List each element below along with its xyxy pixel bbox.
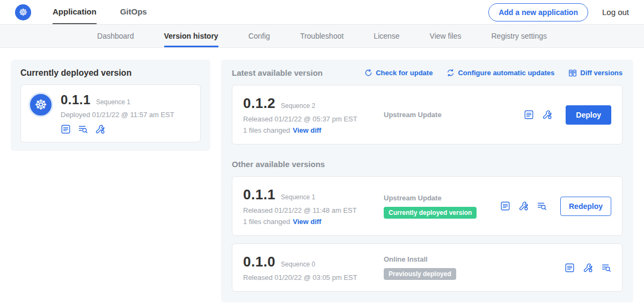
deployed-version-details: 0.1.1 Sequence 1 Deployed 01/21/22 @ 11:… xyxy=(61,92,174,134)
deployed-date: Deployed 01/21/22 @ 11:57 am EST xyxy=(61,111,174,119)
kubernetes-app-icon: ☸ xyxy=(28,92,53,117)
version-actions-right xyxy=(565,263,611,273)
view-files-icon[interactable] xyxy=(537,201,547,211)
refresh-icon xyxy=(364,69,372,77)
version-card-0-1-0: 0.1.0 Sequence 0 Released 01/20/22 @ 03:… xyxy=(232,243,623,292)
files-changed-count: 1 files changed xyxy=(243,126,290,134)
version-number: 0.1.2 xyxy=(243,95,275,112)
diff-versions-link[interactable]: Diff versions xyxy=(568,69,623,77)
config-wrench-icon[interactable] xyxy=(95,124,105,134)
source-label: Upstream Update xyxy=(384,194,442,202)
add-application-button[interactable]: Add a new application xyxy=(488,3,588,21)
version-number: 0.1.1 xyxy=(243,186,275,203)
release-notes-icon[interactable] xyxy=(565,263,575,273)
source-label: Online Install xyxy=(384,255,428,263)
check-for-update-link[interactable]: Check for update xyxy=(364,69,433,77)
subnav-item-version-history[interactable]: Version history xyxy=(164,25,218,47)
sequence-label: Sequence 0 xyxy=(281,261,315,268)
redeploy-button[interactable]: Redeploy xyxy=(560,197,611,216)
release-notes-icon[interactable] xyxy=(61,124,71,134)
tab-gitops[interactable]: GitOps xyxy=(120,0,147,24)
diff-versions-label: Diff versions xyxy=(580,69,623,77)
header-spacer xyxy=(171,0,488,24)
configure-auto-updates-label: Configure automatic updates xyxy=(458,69,554,77)
version-details: 0.1.0 Sequence 0 Released 01/20/22 @ 03:… xyxy=(243,254,384,282)
version-actions-right: Deploy xyxy=(524,105,611,125)
version-details: 0.1.2 Sequence 2 Released 01/21/22 @ 05:… xyxy=(243,95,384,134)
app-logo-wrap: ☸ xyxy=(15,0,31,24)
deployed-version-card: ☸ 0.1.1 Sequence 1 Deployed 01/21/22 @ 1… xyxy=(20,84,201,142)
deploy-button[interactable]: Deploy xyxy=(566,105,611,125)
sequence-label: Sequence 2 xyxy=(281,102,315,110)
version-card-0-1-1: 0.1.1 Sequence 1 Released 01/21/22 @ 11:… xyxy=(232,176,623,236)
released-date: Released 01/21/22 @ 11:48 am EST xyxy=(243,206,384,214)
latest-version-header: Latest available version Check for updat… xyxy=(232,68,623,77)
config-wrench-icon[interactable] xyxy=(542,110,552,120)
version-source: Upstream Update Currently deployed versi… xyxy=(384,194,500,219)
diff-icon xyxy=(568,69,577,77)
tab-application[interactable]: Application xyxy=(53,0,97,24)
subnav-item-license[interactable]: License xyxy=(374,25,399,47)
auto-update-icon xyxy=(447,69,455,77)
view-files-icon[interactable] xyxy=(78,124,88,134)
logout-link[interactable]: Log out xyxy=(602,8,629,17)
view-diff-link[interactable]: View diff xyxy=(292,218,321,226)
deployed-icon-row xyxy=(61,124,174,134)
other-versions-title: Other available versions xyxy=(232,160,623,169)
version-details: 0.1.1 Sequence 1 Released 01/21/22 @ 11:… xyxy=(243,186,384,226)
currently-deployed-title: Currently deployed version xyxy=(20,68,201,78)
configure-auto-updates-link[interactable]: Configure automatic updates xyxy=(447,69,554,77)
view-diff-link[interactable]: View diff xyxy=(292,126,321,134)
top-header: ☸ Application GitOps Add a new applicati… xyxy=(0,0,644,25)
version-card-0-1-2: 0.1.2 Sequence 2 Released 01/21/22 @ 05:… xyxy=(232,85,623,145)
latest-available-title: Latest available version xyxy=(232,68,323,77)
files-changed-count: 1 files changed xyxy=(243,218,290,226)
kubernetes-logo-icon: ☸ xyxy=(15,4,31,20)
subnav-item-config[interactable]: Config xyxy=(248,25,270,47)
config-wrench-icon[interactable] xyxy=(583,263,593,273)
currently-deployed-panel: Currently deployed version ☸ 0.1.1 Seque… xyxy=(11,60,210,151)
released-date: Released 01/20/22 @ 03:05 pm EST xyxy=(243,273,384,282)
app-subnav: Dashboard Version history Config Trouble… xyxy=(0,25,644,48)
version-source: Online Install Previously deployed xyxy=(384,255,565,280)
config-wrench-icon[interactable] xyxy=(518,201,529,211)
subnav-item-registry-settings[interactable]: Registry settings xyxy=(492,25,547,47)
subnav-item-troubleshoot[interactable]: Troubleshoot xyxy=(300,25,343,47)
header-right: Add a new application Log out xyxy=(488,0,629,24)
currently-deployed-badge: Currently deployed version xyxy=(384,207,477,219)
subnav-item-dashboard[interactable]: Dashboard xyxy=(97,25,134,47)
version-source: Upstream Update xyxy=(384,111,524,119)
version-number: 0.1.0 xyxy=(243,254,275,270)
release-notes-icon[interactable] xyxy=(524,110,534,120)
released-date: Released 01/21/22 @ 05:37 pm EST xyxy=(243,115,384,123)
view-files-icon[interactable] xyxy=(601,263,611,273)
version-actions: Check for update Configure automatic upd… xyxy=(364,69,623,77)
previously-deployed-badge: Previously deployed xyxy=(384,268,456,280)
deployed-sequence-label: Sequence 1 xyxy=(96,98,130,106)
main-content: Currently deployed version ☸ 0.1.1 Seque… xyxy=(0,48,644,303)
check-for-update-label: Check for update xyxy=(376,69,433,77)
release-notes-icon[interactable] xyxy=(500,201,510,211)
files-changed-line: 1 files changedView diff xyxy=(243,126,384,134)
version-history-panel: Latest available version Check for updat… xyxy=(221,60,633,302)
files-changed-line: 1 files changedView diff xyxy=(243,218,384,226)
source-label: Upstream Update xyxy=(384,111,442,119)
sequence-label: Sequence 1 xyxy=(281,193,315,201)
version-actions-right: Redeploy xyxy=(500,197,611,216)
subnav-item-view-files[interactable]: View files xyxy=(430,25,462,47)
deployed-version-number: 0.1.1 xyxy=(61,92,91,107)
